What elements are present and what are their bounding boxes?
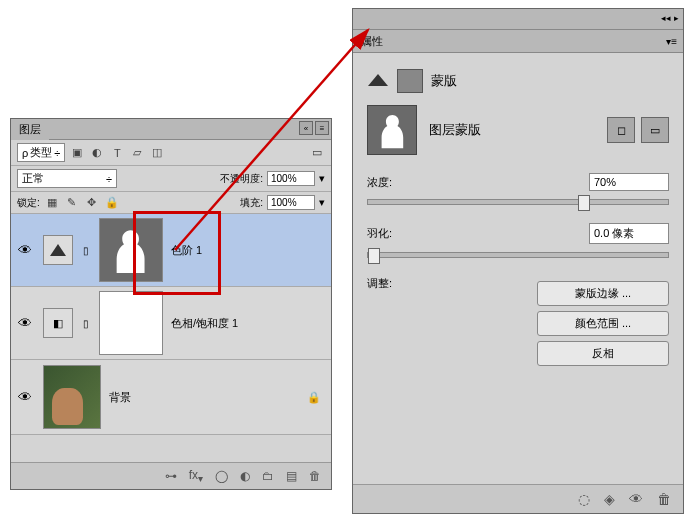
mask-info-row: 图层蒙版 ◻ ▭ xyxy=(367,105,669,155)
mask-preview xyxy=(367,105,417,155)
layer-background[interactable]: 👁 背景 🔒 xyxy=(11,360,331,435)
mask-edge-button[interactable]: 蒙版边缘 ... xyxy=(537,281,669,306)
new-adjust-icon[interactable]: ◐ xyxy=(240,469,250,483)
levels-mini-icon xyxy=(367,73,389,89)
layers-bottom-bar: ⊶ fx▾ ◯ ◐ 🗀 ▤ 🗑 xyxy=(11,462,331,489)
layer-name[interactable]: 色阶 1 xyxy=(171,243,202,258)
filter-toggle[interactable]: ▭ xyxy=(309,146,325,160)
lock-row: 锁定: ▦ ✎ ✥ 🔒 填充: 100% ▾ xyxy=(11,192,331,214)
blend-row: 正常÷ 不透明度: 100% ▾ xyxy=(11,166,331,192)
svg-marker-1 xyxy=(368,74,388,86)
filter-label: 类型 xyxy=(30,145,52,160)
properties-panel: ◂◂ ▸ 属性 ▾≡ 蒙版 图层蒙版 ◻ ▭ 浓度: 70% 羽化: xyxy=(352,8,684,514)
layers-tab[interactable]: 图层 xyxy=(11,119,49,140)
huesat-adjust-thumb[interactable]: ◧ xyxy=(43,308,73,338)
properties-panel-header: ◂◂ ▸ xyxy=(353,9,683,30)
layer-name[interactable]: 背景 xyxy=(109,390,131,405)
new-group-icon[interactable]: 🗀 xyxy=(262,469,274,483)
load-selection-icon[interactable]: ◌ xyxy=(578,491,590,507)
section-title: 蒙版 xyxy=(431,72,457,90)
lock-position-icon[interactable]: ✥ xyxy=(84,196,100,210)
opacity-flyout-icon[interactable]: ▾ xyxy=(319,172,325,185)
properties-tab[interactable]: 属性 xyxy=(353,31,391,52)
layers-panel: 图层 « ≡ ρ 类型 ÷ ▣ ◐ T ▱ ◫ ▭ 正常÷ 不透明度: 100%… xyxy=(10,118,332,490)
blend-mode-dropdown[interactable]: 正常÷ xyxy=(17,169,117,188)
add-mask-icon[interactable]: ◯ xyxy=(215,469,228,483)
visibility-icon[interactable]: 👁 xyxy=(11,389,39,405)
density-field[interactable]: 70% xyxy=(589,173,669,191)
filter-smart-icon[interactable]: ◫ xyxy=(149,146,165,160)
opacity-label: 不透明度: xyxy=(220,172,263,186)
mask-section-header: 蒙版 xyxy=(367,69,669,93)
lock-all-icon[interactable]: 🔒 xyxy=(104,196,120,210)
lock-paint-icon[interactable]: ✎ xyxy=(64,196,80,210)
link-icon[interactable]: ▯ xyxy=(83,245,89,256)
feather-field[interactable]: 0.0 像素 xyxy=(589,223,669,244)
mask-mode-icon[interactable] xyxy=(397,69,423,93)
panel-menu-icon[interactable]: ▾≡ xyxy=(666,36,677,47)
lock-label: 锁定: xyxy=(17,196,40,210)
density-slider[interactable] xyxy=(367,199,669,205)
layer-levels[interactable]: 👁 ▯ 色阶 1 xyxy=(11,214,331,287)
filter-shape-icon[interactable]: ▱ xyxy=(129,146,145,160)
layer-name[interactable]: 色相/饱和度 1 xyxy=(171,316,238,331)
levels-adjust-thumb[interactable] xyxy=(43,235,73,265)
panel-menu-icon[interactable]: ≡ xyxy=(315,121,329,135)
panel-collapse-icon[interactable]: ◂◂ ▸ xyxy=(661,13,679,23)
blend-mode-value: 正常 xyxy=(22,171,44,186)
adjust-label: 调整: xyxy=(367,276,447,291)
new-layer-icon[interactable]: ▤ xyxy=(286,469,297,483)
background-thumb[interactable] xyxy=(43,365,101,429)
pixel-mask-icon[interactable]: ◻ xyxy=(607,117,635,143)
filter-pixel-icon[interactable]: ▣ xyxy=(69,146,85,160)
fill-flyout-icon[interactable]: ▾ xyxy=(319,196,325,209)
levels-mask-thumb[interactable] xyxy=(99,218,163,282)
filter-type-icon[interactable]: T xyxy=(109,146,125,160)
visibility-icon[interactable]: 👁 xyxy=(11,242,39,258)
huesat-mask-thumb[interactable] xyxy=(99,291,163,355)
layer-filter-row: ρ 类型 ÷ ▣ ◐ T ▱ ◫ ▭ xyxy=(11,140,331,166)
visibility-icon[interactable]: 👁 xyxy=(11,315,39,331)
feather-label: 羽化: xyxy=(367,226,447,241)
properties-tab-row: 属性 ▾≡ xyxy=(353,30,683,53)
opacity-field[interactable]: 100% xyxy=(267,171,315,186)
fill-field[interactable]: 100% xyxy=(267,195,315,210)
properties-bottom-bar: ◌ ◈ 👁 🗑 xyxy=(353,484,683,513)
properties-body: 蒙版 图层蒙版 ◻ ▭ 浓度: 70% 羽化: 0.0 像素 调整: 蒙版边缘 … xyxy=(353,53,683,389)
filter-adjust-icon[interactable]: ◐ xyxy=(89,146,105,160)
lock-icon: 🔒 xyxy=(307,391,321,404)
layer-list: 👁 ▯ 色阶 1 👁 ◧ ▯ 色相/饱和度 1 👁 xyxy=(11,214,331,435)
filter-type-dropdown[interactable]: ρ 类型 ÷ xyxy=(17,143,65,162)
invert-button[interactable]: 反相 xyxy=(537,341,669,366)
delete-mask-icon[interactable]: 🗑 xyxy=(657,491,671,507)
link-layers-icon[interactable]: ⊶ xyxy=(165,469,177,483)
vector-mask-icon[interactable]: ▭ xyxy=(641,117,669,143)
mask-type-label: 图层蒙版 xyxy=(429,121,481,139)
svg-marker-0 xyxy=(50,244,66,256)
adjust-row: 调整: 蒙版边缘 ... 颜色范围 ... 反相 xyxy=(367,276,669,371)
lock-transparency-icon[interactable]: ▦ xyxy=(44,196,60,210)
feather-row: 羽化: 0.0 像素 xyxy=(367,223,669,244)
delete-layer-icon[interactable]: 🗑 xyxy=(309,469,321,483)
panel-collapse-icon[interactable]: « xyxy=(299,121,313,135)
fx-icon[interactable]: fx▾ xyxy=(189,468,203,484)
apply-mask-icon[interactable]: ◈ xyxy=(604,491,615,507)
feather-slider[interactable] xyxy=(367,252,669,258)
toggle-mask-icon[interactable]: 👁 xyxy=(629,491,643,507)
density-row: 浓度: 70% xyxy=(367,173,669,191)
layers-panel-header: 图层 « ≡ xyxy=(11,119,331,140)
fill-label: 填充: xyxy=(240,196,263,210)
layer-hue-sat[interactable]: 👁 ◧ ▯ 色相/饱和度 1 xyxy=(11,287,331,360)
link-icon[interactable]: ▯ xyxy=(83,318,89,329)
density-label: 浓度: xyxy=(367,175,447,190)
color-range-button[interactable]: 颜色范围 ... xyxy=(537,311,669,336)
